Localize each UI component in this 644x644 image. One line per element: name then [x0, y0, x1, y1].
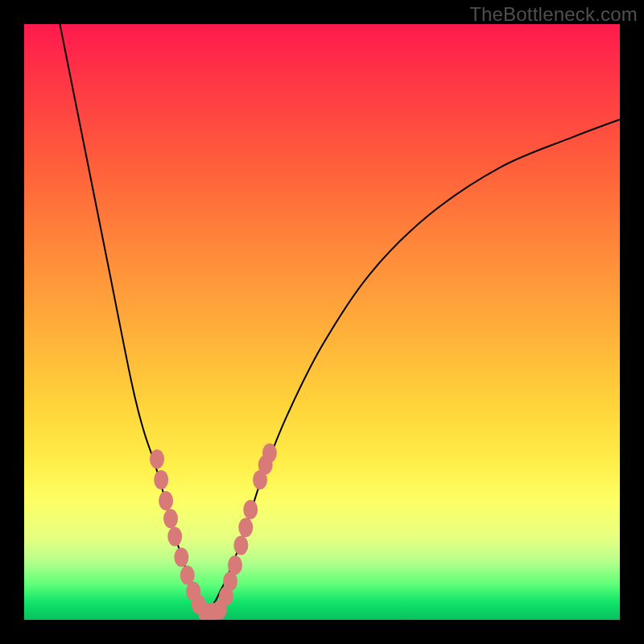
bead-point: [233, 536, 248, 555]
bead-point: [174, 547, 188, 567]
bead-point: [167, 526, 182, 546]
bead-group: [150, 444, 277, 620]
bead-point: [262, 444, 277, 463]
plot-area: [24, 24, 620, 620]
bead-point: [163, 509, 178, 528]
bead-point: [159, 491, 173, 510]
bead-point: [238, 518, 253, 537]
bead-point: [150, 449, 164, 469]
bead-point: [243, 500, 258, 519]
curve-right: [203, 119, 620, 613]
watermark-text: TheBottleneck.com: [469, 3, 638, 26]
chart-frame: TheBottleneck.com: [0, 0, 644, 644]
curve-layer: [24, 24, 620, 620]
bead-point: [154, 470, 168, 489]
bead-point: [228, 555, 242, 575]
curve-left: [60, 24, 203, 614]
